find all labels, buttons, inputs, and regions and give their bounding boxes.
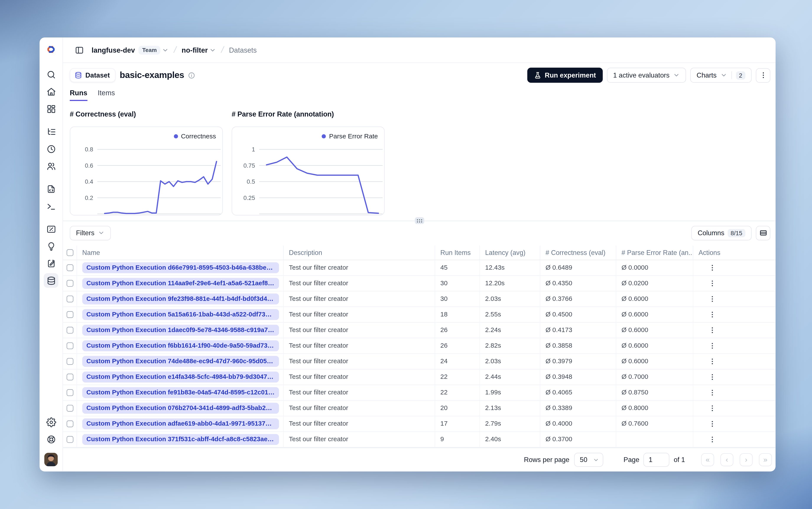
- sidebar-item-annotation[interactable]: [44, 256, 58, 271]
- row-checkbox[interactable]: [66, 342, 73, 349]
- column-header-1[interactable]: Description: [283, 245, 435, 260]
- select-all-checkbox[interactable]: [66, 249, 73, 256]
- row-kebab-button[interactable]: [706, 308, 718, 321]
- row-checkbox[interactable]: [66, 436, 73, 443]
- run-name-link[interactable]: Custom Python Execution 1daec0f9-5e78-43…: [82, 325, 279, 336]
- parse-error-rate-cell: Ø 0.6000: [616, 323, 693, 338]
- charts-dropdown[interactable]: Charts 2: [690, 68, 752, 83]
- column-header-4[interactable]: # Correctness (eval): [540, 245, 616, 260]
- correctness-cell: Ø 0.6489: [540, 260, 616, 275]
- breadcrumb-project[interactable]: no-filter: [181, 46, 208, 54]
- table-row: Custom Python Execution 114aa9ef-29e6-4e…: [63, 276, 776, 291]
- actions-cell: [693, 338, 776, 353]
- run-experiment-button[interactable]: Run experiment: [527, 68, 603, 83]
- row-kebab-button[interactable]: [706, 340, 718, 352]
- project-chevron-down-icon[interactable]: [209, 46, 216, 53]
- column-header-0[interactable]: Name: [77, 245, 284, 260]
- description-cell: Test our filter creator: [283, 370, 435, 385]
- row-checkbox[interactable]: [66, 280, 73, 287]
- actions-cell: [693, 401, 776, 416]
- row-checkbox[interactable]: [66, 389, 73, 396]
- app-window: langfuse-dev Team / no-filter / Datasets: [40, 37, 776, 472]
- row-kebab-button[interactable]: [706, 324, 718, 337]
- run-name-link[interactable]: Custom Python Execution fe91b83e-04a5-47…: [82, 387, 279, 398]
- row-kebab-button[interactable]: [706, 402, 718, 414]
- active-evaluators-dropdown[interactable]: 1 active evaluators: [607, 68, 686, 83]
- tab-items[interactable]: Items: [98, 89, 115, 101]
- row-kebab-button[interactable]: [706, 433, 718, 446]
- page-number-input[interactable]: 1: [643, 453, 670, 467]
- avatar[interactable]: [44, 453, 58, 466]
- row-checkbox[interactable]: [66, 264, 73, 271]
- row-checkbox[interactable]: [66, 311, 73, 318]
- row-height-button[interactable]: [756, 226, 770, 240]
- table-row: Custom Python Execution 9fe23f98-881e-44…: [63, 291, 776, 307]
- sidebar-item-home[interactable]: [44, 84, 58, 99]
- sidebar-toggle-button[interactable]: [73, 44, 86, 56]
- info-icon[interactable]: [188, 72, 195, 79]
- column-header-5[interactable]: # Parse Error Rate (an...: [616, 245, 693, 260]
- run-name-link[interactable]: Custom Python Execution 5a15a616-1bab-44…: [82, 309, 279, 320]
- runs-table: NameDescriptionRun ItemsLatency (avg)# C…: [63, 245, 776, 447]
- run-name-link[interactable]: Custom Python Execution f6bb1614-1f90-40…: [82, 340, 279, 351]
- sidebar-item-support[interactable]: [44, 432, 58, 446]
- filters-button[interactable]: Filters: [70, 226, 111, 240]
- row-kebab-button[interactable]: [706, 277, 718, 290]
- rows-per-page-select[interactable]: 50: [574, 453, 603, 467]
- dataset-entity-pill[interactable]: Dataset: [70, 68, 115, 82]
- row-checkbox[interactable]: [66, 296, 73, 302]
- row-kebab-button[interactable]: [706, 262, 718, 274]
- row-kebab-button[interactable]: [706, 386, 718, 399]
- previous-page-button[interactable]: ‹: [720, 453, 733, 466]
- row-kebab-button[interactable]: [706, 371, 718, 383]
- row-kebab-button[interactable]: [706, 417, 718, 430]
- run-name-link[interactable]: Custom Python Execution 9fe23f98-881e-44…: [82, 294, 279, 304]
- row-checkbox[interactable]: [66, 358, 73, 365]
- row-kebab-button[interactable]: [706, 355, 718, 368]
- description-cell: Test our filter creator: [283, 260, 435, 275]
- sidebar-item-settings[interactable]: [44, 415, 58, 429]
- langfuse-logo[interactable]: [45, 44, 57, 55]
- sidebar-item-dashboards[interactable]: [44, 102, 58, 116]
- row-checkbox[interactable]: [66, 420, 73, 427]
- column-header-2[interactable]: Run Items: [435, 245, 480, 260]
- sidebar-item-sessions[interactable]: [44, 141, 58, 156]
- column-header-6[interactable]: Actions: [693, 245, 776, 260]
- column-header-3[interactable]: Latency (avg): [480, 245, 540, 260]
- header-kebab-button[interactable]: [756, 68, 770, 82]
- sidebar-item-users[interactable]: [44, 159, 58, 173]
- sidebar-item-prompts[interactable]: [44, 181, 58, 196]
- run-name-link[interactable]: Custom Python Execution e14fa348-5cfc-49…: [82, 371, 279, 382]
- row-kebab-button[interactable]: [706, 293, 718, 305]
- sidebar-item-tracing[interactable]: [44, 124, 58, 139]
- table-row: Custom Python Execution e14fa348-5cfc-49…: [63, 370, 776, 385]
- run-name-link[interactable]: Custom Python Execution d66e7991-8595-45…: [82, 262, 279, 273]
- run-name-link[interactable]: Custom Python Execution 371f531c-abff-4d…: [82, 434, 279, 445]
- drag-handle[interactable]: [415, 217, 424, 224]
- row-checkbox[interactable]: [66, 374, 73, 380]
- correctness-cell: Ø 0.4065: [540, 385, 616, 400]
- sidebar-item-evals[interactable]: [44, 222, 58, 236]
- run-name-link[interactable]: Custom Python Execution 076b2704-341d-48…: [82, 403, 279, 414]
- section-divider: [63, 220, 776, 221]
- row-checkbox[interactable]: [66, 327, 73, 334]
- sidebar-item-search[interactable]: [44, 67, 58, 82]
- next-page-button[interactable]: ›: [740, 453, 753, 466]
- sidebar-item-playground[interactable]: [44, 199, 58, 213]
- latency-cell: 2.55s: [480, 307, 540, 322]
- sidebar-item-datasets[interactable]: [44, 273, 58, 287]
- org-chevron-down-icon[interactable]: [162, 46, 169, 53]
- run-name-link[interactable]: Custom Python Execution 74de488e-ec9d-47…: [82, 356, 279, 367]
- sidebar-item-insights[interactable]: [44, 239, 58, 253]
- last-page-button[interactable]: »: [759, 453, 772, 466]
- breadcrumb-org[interactable]: langfuse-dev: [92, 46, 135, 54]
- row-select-cell: [63, 385, 77, 400]
- breadcrumb-section[interactable]: Datasets: [229, 46, 257, 54]
- column-header-label: Description: [289, 249, 322, 257]
- first-page-button[interactable]: «: [701, 453, 714, 466]
- columns-button[interactable]: Columns 8/15: [691, 226, 751, 240]
- run-name-link[interactable]: Custom Python Execution 114aa9ef-29e6-4e…: [82, 278, 279, 289]
- tab-runs[interactable]: Runs: [70, 89, 87, 101]
- row-checkbox[interactable]: [66, 405, 73, 411]
- run-name-link[interactable]: Custom Python Execution adfae619-abb0-4d…: [82, 418, 279, 429]
